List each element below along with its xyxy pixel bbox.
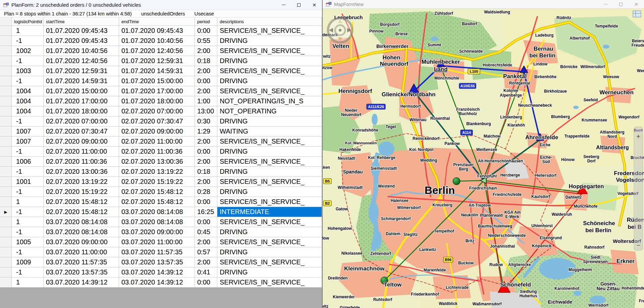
grid-cell[interactable]: -1 xyxy=(12,147,44,157)
grid-cell[interactable]: DRIVING xyxy=(217,116,322,126)
grid-cell[interactable]: 03.07.2020 09:00:00 xyxy=(119,227,195,237)
grid-cell[interactable]: 02.07.2020 11:00:36 xyxy=(119,147,195,157)
grid-cell[interactable]: 1 xyxy=(12,26,44,36)
grid-cell[interactable]: 02.07.2020 15:19:22 xyxy=(44,187,119,197)
grid-cell[interactable]: 01.07.2020 12:40:56 xyxy=(119,46,195,56)
column-header-descriptions[interactable]: descriptions xyxy=(217,17,322,26)
grid-cell[interactable]: SERVICE/IS_IN_SERVICE_ xyxy=(217,157,322,167)
grid-cell[interactable]: 0:41 xyxy=(195,267,217,277)
grid-cell[interactable]: 01.07.2020 18:00:00 xyxy=(44,106,119,116)
row-header-cell[interactable] xyxy=(0,237,12,247)
grid-cell[interactable]: 0:28 xyxy=(195,187,217,197)
row-header-cell[interactable] xyxy=(0,66,12,76)
grid-cell[interactable]: 0:00 xyxy=(195,217,217,227)
grid-cell[interactable]: 03.07.2020 14:39:12 xyxy=(119,267,195,277)
grid-cell[interactable]: 1 xyxy=(12,217,44,227)
table-row[interactable]: 100503.07.2020 09:00:0003.07.2020 11:00:… xyxy=(0,237,322,247)
grid-cell[interactable]: 0:18 xyxy=(195,56,217,66)
grid-cell[interactable]: 0:00 xyxy=(195,277,217,288)
grid-cell[interactable]: 03.07.2020 08:14:08 xyxy=(44,227,119,237)
table-row[interactable]: -101.07.2020 14:59:3101.07.2020 15:00:00… xyxy=(0,76,322,86)
table-row[interactable]: 103.07.2020 08:14:0803.07.2020 08:14:080… xyxy=(0,217,322,227)
table-row[interactable]: ▶-102.07.2020 15:48:1203.07.2020 08:14:0… xyxy=(0,207,322,217)
grid-cell[interactable]: 2:00 xyxy=(195,177,217,187)
grid-cell[interactable]: 1007 xyxy=(12,137,44,147)
grid-cell[interactable]: 2:00 xyxy=(195,66,217,76)
grid-cell[interactable]: DRIVING xyxy=(217,36,322,46)
grid-cell[interactable]: DRIVING xyxy=(217,227,322,237)
grid-cell[interactable]: SERVICE/IS_IN_SERVICE_ xyxy=(217,66,322,76)
grid-cell[interactable]: 02.07.2020 11:00:00 xyxy=(119,137,195,147)
grid-cell[interactable]: 2:00 xyxy=(195,86,217,96)
table-row[interactable]: 103.07.2020 14:39:1203.07.2020 14:39:120… xyxy=(0,277,322,288)
grid-cell[interactable]: 03.07.2020 08:14:08 xyxy=(119,217,195,227)
grid-cell[interactable]: SERVICE/IS_IN_SERVICE_ xyxy=(217,217,322,227)
zoom-out-icon[interactable]: − xyxy=(636,242,640,249)
table-row[interactable]: -102.07.2020 13:00:3602.07.2020 13:19:22… xyxy=(0,167,322,177)
table-row[interactable]: -102.07.2020 15:19:2202.07.2020 15:48:12… xyxy=(0,187,322,197)
maximize-button[interactable] xyxy=(291,0,307,10)
table-row[interactable]: -103.07.2020 11:00:0003.07.2020 11:57:35… xyxy=(0,247,322,257)
zoom-slider-control[interactable]: + − xyxy=(634,127,643,250)
row-header-cell[interactable] xyxy=(0,36,12,46)
grid-cell[interactable]: SERVICE/IS_IN_SERVICE_ xyxy=(217,46,322,56)
column-header-period[interactable]: period xyxy=(195,17,217,26)
row-header-cell[interactable] xyxy=(0,126,12,137)
grid-cell[interactable]: 0:57 xyxy=(195,247,217,257)
zoom-in-icon[interactable]: + xyxy=(636,133,640,140)
grid-cell[interactable]: 03.07.2020 11:57:35 xyxy=(44,257,119,267)
row-header-cell[interactable] xyxy=(0,26,12,36)
grid-cell[interactable]: 01.07.2020 14:59:31 xyxy=(44,76,119,86)
grid-cell[interactable]: DRIVING xyxy=(217,167,322,177)
grid-cell[interactable]: 02.07.2020 13:00:36 xyxy=(44,167,119,177)
grid-cell[interactable]: DRIVING xyxy=(217,147,322,157)
grid-cell[interactable]: 2:00 xyxy=(195,46,217,56)
grid-cell[interactable]: 0:18 xyxy=(195,167,217,177)
row-header-cell[interactable] xyxy=(0,106,12,116)
grid-cell[interactable]: 02.07.2020 07:00:00 xyxy=(119,106,195,116)
row-header-cell[interactable] xyxy=(0,56,12,66)
grid-cell[interactable]: DRIVING xyxy=(217,56,322,66)
row-header-cell[interactable] xyxy=(0,137,12,147)
map-maximize-button[interactable] xyxy=(613,0,629,8)
grid-cell[interactable]: 1002 xyxy=(12,46,44,56)
table-row[interactable]: -101.07.2020 09:45:4301.07.2020 10:40:56… xyxy=(0,36,322,46)
grid-cell[interactable]: 1007 xyxy=(12,126,44,137)
row-header-cell[interactable] xyxy=(0,86,12,96)
grid-cell[interactable]: 01.07.2020 09:45:43 xyxy=(119,26,195,36)
column-header-endTime[interactable]: endTime xyxy=(119,17,195,26)
grid-cell[interactable]: -1 xyxy=(12,116,44,126)
grid-cell[interactable]: -1 xyxy=(12,267,44,277)
row-header-cell[interactable] xyxy=(0,257,12,267)
grid-cell[interactable]: 1004 xyxy=(12,86,44,96)
row-header-cell[interactable] xyxy=(0,167,12,177)
pan-compass-control[interactable] xyxy=(328,18,352,42)
grid-cell[interactable]: 1004 xyxy=(12,96,44,106)
table-row[interactable]: -102.07.2020 11:00:0002.07.2020 11:00:36… xyxy=(0,147,322,157)
grid-cell[interactable]: NOT_OPERATING xyxy=(217,106,322,116)
column-header-startTime[interactable]: startTime xyxy=(44,17,119,26)
table-row[interactable]: -102.07.2020 07:00:0002.07.2020 07:30:47… xyxy=(0,116,322,126)
grid-cell[interactable]: 03.07.2020 11:57:35 xyxy=(119,247,195,257)
grid-cell[interactable]: DRIVING xyxy=(217,187,322,197)
grid-cell[interactable]: SERVICE/IS_IN_SERVICE_ xyxy=(217,137,322,147)
grid-cell[interactable]: 01.07.2020 12:40:56 xyxy=(44,56,119,66)
grid-cell[interactable]: 1004 xyxy=(12,106,44,116)
table-row[interactable]: 100602.07.2020 11:00:3602.07.2020 13:00:… xyxy=(0,157,322,167)
grid-cell[interactable]: 1009 xyxy=(12,257,44,267)
grid-cell[interactable]: 1001 xyxy=(12,177,44,187)
grid-cell[interactable]: NOT_OPERATING/IS_IN_S xyxy=(217,96,322,106)
grid-cell[interactable]: 02.07.2020 09:00:00 xyxy=(119,126,195,137)
grid-cell[interactable]: 03.07.2020 08:14:08 xyxy=(119,207,195,217)
row-header-cell[interactable] xyxy=(0,187,12,197)
grid-cell[interactable]: 1 xyxy=(12,277,44,288)
column-header-logisticPointId[interactable]: logisticPointId xyxy=(12,17,44,26)
row-header-cell[interactable] xyxy=(0,247,12,257)
map-minimize-button[interactable] xyxy=(598,0,613,8)
grid-cell[interactable]: 2:00 xyxy=(195,237,217,247)
grid-cell[interactable]: WAITING xyxy=(217,126,322,137)
row-header-cell[interactable] xyxy=(0,116,12,126)
row-header-cell[interactable] xyxy=(0,96,12,106)
grid-cell[interactable]: SERVICE/IS_IN_SERVICE_ xyxy=(217,257,322,267)
grid-cell[interactable]: 01.07.2020 14:59:31 xyxy=(119,66,195,76)
